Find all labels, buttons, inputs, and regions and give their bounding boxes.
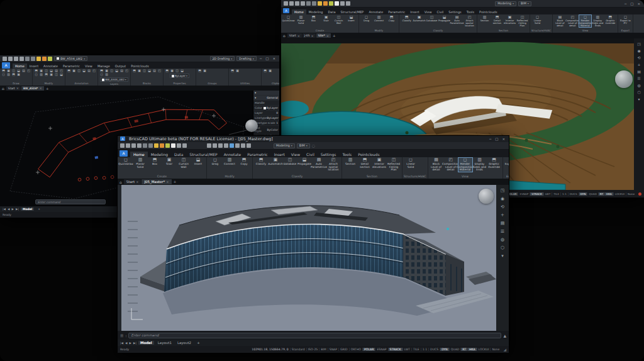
close-icon[interactable]: × [297, 34, 300, 38]
tab-civil[interactable]: Civil [435, 9, 447, 14]
save-icon[interactable] [131, 143, 136, 148]
tab-insert[interactable]: Insert [27, 64, 41, 69]
status-toggle-none[interactable]: None [626, 192, 636, 196]
status-toggle-rt[interactable]: RT [460, 348, 467, 351]
tool-icon[interactable]: ◫ [77, 69, 81, 72]
bricscad-bim-window[interactable]: A BricsCAD Ultimate beta (NOT FOR RESALE… [117, 135, 509, 352]
tool-icon[interactable]: ▣ [49, 73, 53, 76]
status-toggle-quad[interactable]: QUAD [449, 348, 461, 351]
view-cube-icon[interactable]: ◳ [501, 189, 505, 193]
chevron-down-icon[interactable]: ▾ [501, 254, 504, 258]
table-style-icon[interactable] [218, 143, 223, 148]
command-input[interactable] [35, 199, 106, 204]
tool-icon[interactable]: ◰ [26, 69, 31, 72]
tab-parametric[interactable]: Parametric [244, 152, 271, 157]
block-level-of-detail-button[interactable]: ▤Block Level of detail [554, 15, 566, 27]
tab-pointclouds[interactable]: Pointclouds [355, 152, 382, 157]
tab-parametric[interactable]: Parametric [386, 9, 408, 14]
status-toggle-lwt[interactable]: LWT [543, 192, 552, 196]
print-icon[interactable] [137, 143, 142, 148]
status-toggle-bim[interactable]: BIM [319, 348, 327, 351]
next-layout-icon[interactable]: ▶ [11, 208, 13, 211]
interior-elevations-button[interactable]: ▣Interior elevations [504, 15, 516, 25]
render-composition-material-button[interactable]: ◻Render Composition Material [458, 158, 472, 172]
copy-button[interactable]: ⬒Copy [386, 15, 397, 22]
tab-tools[interactable]: Tools [339, 152, 355, 157]
chevron-down-icon[interactable]: ▾ [638, 97, 640, 101]
tool-icon[interactable]: ◻ [1, 73, 6, 76]
tool-icon[interactable]: ⬓ [114, 69, 119, 72]
tool-icon[interactable]: ▣ [16, 73, 21, 76]
new-tab-button[interactable]: + [45, 86, 50, 91]
graphic-override-button[interactable]: ⬒Graphic Override [604, 15, 616, 25]
render-panel-icon[interactable]: ◍ [637, 84, 640, 87]
tool-icon[interactable]: ▣ [72, 69, 76, 72]
save-icon[interactable] [295, 1, 299, 6]
properties-panel-header[interactable]: ▾ [253, 91, 279, 96]
open-file-icon[interactable] [8, 57, 13, 61]
database-button[interactable]: ◫Database [426, 15, 438, 22]
tool-icon[interactable]: ⬓ [147, 69, 152, 72]
app-button[interactable]: A [2, 62, 10, 69]
tab-insert[interactable]: Insert [408, 9, 421, 14]
curtain-wall-button[interactable]: ◫Curtain Wall [177, 158, 191, 169]
tab-annotate[interactable]: Annotate [366, 9, 386, 14]
pan-icon[interactable]: + [501, 213, 504, 218]
tool-icon[interactable]: ◻ [34, 73, 38, 76]
close-icon[interactable]: × [16, 86, 19, 90]
status-toggle-esnap[interactable]: ESNAP [518, 192, 530, 196]
attach-spatial-location-button[interactable]: ◰Attach spatial location [464, 15, 475, 27]
doc-tab-j05-master[interactable]: J05_Master*× [142, 179, 171, 184]
sun-icon[interactable] [235, 143, 240, 148]
maximize-button[interactable]: ▢ [629, 2, 635, 6]
automatch-button[interactable]: ▣Automatch [413, 15, 425, 22]
interior-elevations-button[interactable]: ▣Interior elevations [372, 158, 386, 169]
status-toggle-ducs[interactable]: DUCS [428, 348, 440, 351]
status-toggle-1-1[interactable]: 1:1 [421, 348, 428, 351]
doc-tab-start[interactable]: Start× [6, 86, 21, 91]
doc-tab-site[interactable]: Site*× [316, 33, 331, 38]
last-layout-icon[interactable]: ▶| [133, 342, 136, 345]
tab-home[interactable]: Home [292, 9, 306, 14]
status-toggle-hka[interactable]: HKA [467, 348, 477, 351]
tab-annotate[interactable]: Annotate [41, 64, 60, 69]
tool-icon[interactable]: ◻ [99, 73, 104, 76]
new-file-icon[interactable] [120, 143, 125, 148]
tab-structural-mep[interactable]: Structural/MEP [338, 9, 366, 14]
tool-icon[interactable]: ▣ [268, 69, 272, 72]
dim-style-icon[interactable] [213, 143, 217, 148]
tab-pointclouds[interactable]: Pointclouds [128, 64, 152, 69]
match-icon[interactable] [346, 1, 350, 6]
resize-grip[interactable]: ◢ [503, 347, 506, 352]
layers-panel-icon[interactable]: ▤ [637, 70, 641, 74]
layers-panel-icon[interactable]: ▤ [501, 221, 505, 226]
minimize-button[interactable]: ─ [488, 137, 492, 141]
export-to-ifc-button[interactable]: ◻Export to IFC [619, 15, 631, 25]
home-icon[interactable]: ⌂ [283, 33, 286, 38]
undo-icon[interactable] [143, 143, 147, 148]
mleader-icon[interactable] [224, 143, 228, 148]
minimize-button[interactable]: ─ [623, 2, 628, 6]
render-composition-material-button[interactable]: ◻Render Composition Material [579, 15, 591, 27]
open-file-icon[interactable] [126, 143, 130, 148]
tool-icon[interactable]: ◫ [175, 69, 179, 72]
status-toggle-iso-25[interactable]: ISO-25 [306, 348, 319, 351]
redo-icon[interactable] [31, 57, 35, 61]
tab-settings[interactable]: Settings [446, 9, 464, 14]
property-row-color[interactable]: ColorByLayer [253, 106, 279, 111]
status-toggle-lockui[interactable]: LOCKUI [613, 192, 626, 196]
close-icon[interactable]: × [136, 180, 138, 184]
tool-icon[interactable]: ⬓ [82, 69, 86, 72]
tool-icon[interactable]: ▣ [235, 69, 240, 72]
curtain-wall-button[interactable]: ◫Curtain Wall [333, 15, 345, 25]
camera-icon[interactable] [241, 143, 245, 148]
status-toggle-tile[interactable]: TILE [552, 192, 560, 196]
command-history-icon[interactable]: ☰ [120, 333, 123, 338]
tool-icon[interactable]: ▥ [6, 73, 11, 76]
first-layout-icon[interactable]: |◀ [120, 342, 123, 345]
flag-green-icon[interactable] [329, 1, 333, 6]
database-button[interactable]: ◫Database [283, 158, 297, 166]
tool-icon[interactable]: ▣ [137, 69, 142, 72]
connect-button[interactable]: ▥Connect [223, 158, 236, 166]
undo-icon[interactable] [25, 57, 30, 61]
